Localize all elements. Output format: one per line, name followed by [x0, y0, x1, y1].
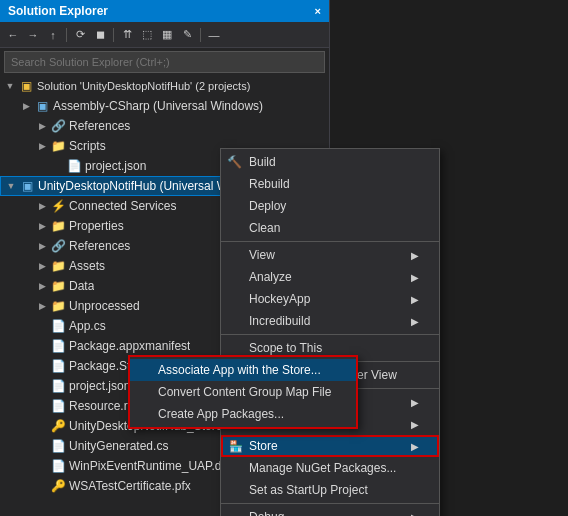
expand-references-icon: ▶ [34, 241, 50, 251]
pfx-icon: 🔑 [50, 419, 66, 433]
menu-deploy-label: Deploy [249, 199, 286, 213]
expand-aref-icon: ▶ [34, 121, 50, 131]
toolbar: ← → ↑ ⟳ ◼ ⇈ ⬚ ▦ ✎ — [0, 22, 329, 48]
toolbar-separator-3 [200, 28, 201, 42]
menu-analyze-label: Analyze [249, 270, 292, 284]
solution-label: Solution 'UnityDesktopNotifHub' (2 proje… [37, 80, 250, 92]
expand-properties-icon: ▶ [34, 221, 50, 231]
filter-button[interactable]: ▦ [158, 26, 176, 44]
connected-label: Connected Services [69, 199, 176, 213]
submenu-item-convert[interactable]: Convert Content Group Map File [130, 381, 356, 403]
wsatest-icon: 🔑 [50, 479, 66, 493]
properties-icon: 📁 [50, 219, 66, 233]
manifest-icon: 📄 [50, 339, 66, 353]
pj-icon: 📄 [50, 379, 66, 393]
connected-icon: ⚡ [50, 199, 66, 213]
store-submenu-panel: Associate App with the Store... Convert … [128, 355, 358, 429]
panel-title-bar: Solution Explorer × [0, 0, 329, 22]
pin-button[interactable]: — [205, 26, 223, 44]
menu-hockeyapp-label: HockeyApp [249, 292, 310, 306]
refresh-button[interactable]: ⟳ [71, 26, 89, 44]
menu-store-label: Store [249, 439, 278, 453]
tree-item-solution[interactable]: ▼ ▣ Solution 'UnityDesktopNotifHub' (2 p… [0, 76, 329, 96]
solution-icon: ▣ [18, 79, 34, 93]
menu-item-debug[interactable]: Debug ▶ [221, 506, 439, 516]
view-arrow-icon: ▶ [411, 250, 419, 261]
menu-item-view[interactable]: View ▶ [221, 244, 439, 266]
apj-icon: 📄 [66, 159, 82, 173]
incredibuild-arrow-icon: ▶ [411, 316, 419, 327]
analyze-arrow-icon: ▶ [411, 272, 419, 283]
back-button[interactable]: ← [4, 26, 22, 44]
menu-item-incredibuild[interactable]: Incredibuild ▶ [221, 310, 439, 332]
menu-item-analyze[interactable]: Analyze ▶ [221, 266, 439, 288]
expand-data-icon: ▶ [34, 281, 50, 291]
winpix-label: WinPixEventRuntime_UAP.dll [69, 459, 227, 473]
unity-project-icon: ▣ [19, 179, 35, 193]
add-arrow-icon: ▶ [411, 419, 419, 430]
menu-nuget-label: Manage NuGet Packages... [249, 461, 396, 475]
collapse-button[interactable]: ⇈ [118, 26, 136, 44]
menu-item-deploy[interactable]: Deploy [221, 195, 439, 217]
assembly-icon: ▣ [34, 99, 50, 113]
references-icon: 🔗 [50, 239, 66, 253]
menu-item-store[interactable]: 🏪 Store ▶ [221, 435, 439, 457]
assets-icon: 📁 [50, 259, 66, 273]
references-label: References [69, 239, 130, 253]
menu-item-clean[interactable]: Clean [221, 217, 439, 239]
hockeyapp-arrow-icon: ▶ [411, 294, 419, 305]
menu-build-label: Build [249, 155, 276, 169]
tree-item-assembly[interactable]: ▶ ▣ Assembly-CSharp (Universal Windows) [0, 96, 329, 116]
panel-close-icon[interactable]: × [315, 5, 321, 17]
show-all-button[interactable]: ⬚ [138, 26, 156, 44]
scripts-label: Scripts [69, 139, 106, 153]
data-label: Data [69, 279, 94, 293]
submenu-item-associate[interactable]: Associate App with the Store... [130, 359, 356, 381]
build-icon: 🔨 [227, 155, 242, 169]
toolbar-separator-2 [113, 28, 114, 42]
expand-connected-icon: ▶ [34, 201, 50, 211]
stop-button[interactable]: ◼ [91, 26, 109, 44]
menu-item-startup[interactable]: Set as StartUp Project [221, 479, 439, 501]
forward-button[interactable]: → [24, 26, 42, 44]
menu-item-build[interactable]: 🔨 Build [221, 151, 439, 173]
menu-debug-label: Debug [249, 510, 284, 516]
expand-assembly-icon: ▶ [18, 101, 34, 111]
expand-assets-icon: ▶ [34, 261, 50, 271]
up-button[interactable]: ↑ [44, 26, 62, 44]
store-small-icon: 🏪 [229, 440, 243, 453]
debug-arrow-icon: ▶ [411, 512, 419, 517]
menu-item-nuget[interactable]: Manage NuGet Packages... [221, 457, 439, 479]
panel-title: Solution Explorer [8, 4, 108, 18]
expand-scripts-icon: ▶ [34, 141, 50, 151]
appcs-label: App.cs [69, 319, 106, 333]
divider-2 [221, 334, 439, 335]
assembly-label: Assembly-CSharp (Universal Windows) [53, 99, 263, 113]
expand-unprocessed-icon: ▶ [34, 301, 50, 311]
menu-item-hockeyapp[interactable]: HockeyApp ▶ [221, 288, 439, 310]
pj-label: project.json [69, 379, 130, 393]
scripts-icon: 📁 [50, 139, 66, 153]
storeassoc-icon: 📄 [50, 359, 66, 373]
store-arrow-icon: ▶ [411, 441, 419, 452]
menu-item-rebuild[interactable]: Rebuild [221, 173, 439, 195]
menu-view-label: View [249, 248, 275, 262]
aref-label: References [69, 119, 130, 133]
submenu-associate-label: Associate App with the Store... [158, 363, 321, 377]
appcs-icon: 📄 [50, 319, 66, 333]
tree-item-assembly-references[interactable]: ▶ 🔗 References [0, 116, 329, 136]
unitygen-icon: 📄 [50, 439, 66, 453]
winpix-icon: 📄 [50, 459, 66, 473]
resource-icon: 📄 [50, 399, 66, 413]
menu-scope-label: Scope to This [249, 341, 322, 355]
unprocessed-label: Unprocessed [69, 299, 140, 313]
submenu-item-create[interactable]: Create App Packages... [130, 403, 356, 425]
expand-solution-icon: ▼ [2, 81, 18, 91]
expand-unity-icon: ▼ [3, 181, 19, 191]
divider-5 [221, 503, 439, 504]
properties-button[interactable]: ✎ [178, 26, 196, 44]
search-input[interactable] [4, 51, 325, 73]
builddeps-arrow-icon: ▶ [411, 397, 419, 408]
properties-label: Properties [69, 219, 124, 233]
menu-rebuild-label: Rebuild [249, 177, 290, 191]
